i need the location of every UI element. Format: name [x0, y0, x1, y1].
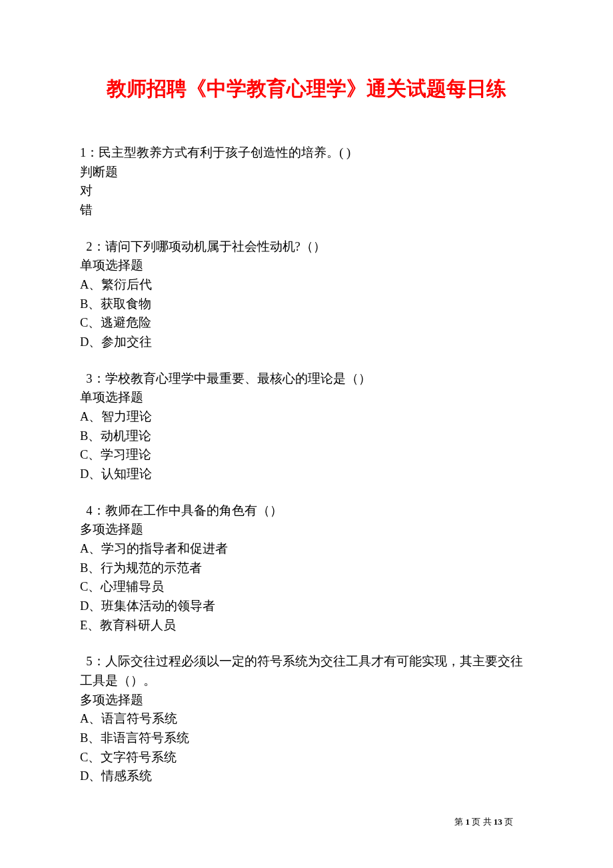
option: C、逃避危险	[80, 313, 533, 333]
question-type: 多项选择题	[80, 520, 533, 539]
page-footer: 第 1 页 共 13 页	[454, 816, 513, 828]
question-text: 5：人际交往过程必须以一定的符号系统为交往工具才有可能实现，其主要交往工具是（）…	[80, 652, 533, 690]
option: C、心理辅导员	[80, 577, 533, 597]
option: B、非语言符号系统	[80, 729, 533, 748]
option: A、繁衍后代	[80, 275, 533, 295]
question-type: 判断题	[80, 163, 533, 182]
option: D、情感系统	[80, 767, 533, 786]
option: D、认知理论	[80, 465, 533, 484]
footer-middle: 页 共	[470, 817, 494, 827]
question-text: 4：教师在工作中具备的角色有（）	[80, 501, 533, 521]
question-1: 1：民主型教养方式有利于孩子创造性的培养。( ) 判断题 对 错	[80, 143, 533, 220]
option: 对	[80, 181, 533, 201]
question-5: 5：人际交往过程必须以一定的符号系统为交往工具才有可能实现，其主要交往工具是（）…	[80, 652, 533, 786]
option: B、动机理论	[80, 427, 533, 446]
footer-suffix: 页	[502, 817, 513, 827]
footer-prefix: 第	[454, 817, 465, 827]
option: E、教育科研人员	[80, 616, 533, 635]
option: D、班集体活动的领导者	[80, 597, 533, 616]
question-3: 3：学校教育心理学中最重要、最核心的理论是（） 单项选择题 A、智力理论 B、动…	[80, 369, 533, 484]
option: D、参加交往	[80, 333, 533, 352]
document-page: 教师招聘《中学教育心理学》通关试题每日练 1：民主型教养方式有利于孩子创造性的培…	[0, 0, 613, 837]
option: A、语言符号系统	[80, 709, 533, 729]
option: 错	[80, 201, 533, 220]
option: A、学习的指导者和促进者	[80, 539, 533, 559]
question-type: 多项选择题	[80, 691, 533, 710]
option: B、获取食物	[80, 295, 533, 314]
total-pages: 13	[494, 817, 502, 827]
document-title: 教师招聘《中学教育心理学》通关试题每日练	[80, 73, 533, 103]
question-type: 单项选择题	[80, 256, 533, 275]
option: C、文字符号系统	[80, 748, 533, 767]
question-text: 2：请问下列哪项动机属于社会性动机?（）	[80, 237, 533, 257]
option: A、智力理论	[80, 407, 533, 427]
question-type: 单项选择题	[80, 388, 533, 407]
question-text: 3：学校教育心理学中最重要、最核心的理论是（）	[80, 369, 533, 389]
question-text: 1：民主型教养方式有利于孩子创造性的培养。( )	[80, 143, 533, 163]
question-4: 4：教师在工作中具备的角色有（） 多项选择题 A、学习的指导者和促进者 B、行为…	[80, 501, 533, 635]
option: C、学习理论	[80, 445, 533, 465]
option: B、行为规范的示范者	[80, 559, 533, 578]
question-2: 2：请问下列哪项动机属于社会性动机?（） 单项选择题 A、繁衍后代 B、获取食物…	[80, 237, 533, 352]
